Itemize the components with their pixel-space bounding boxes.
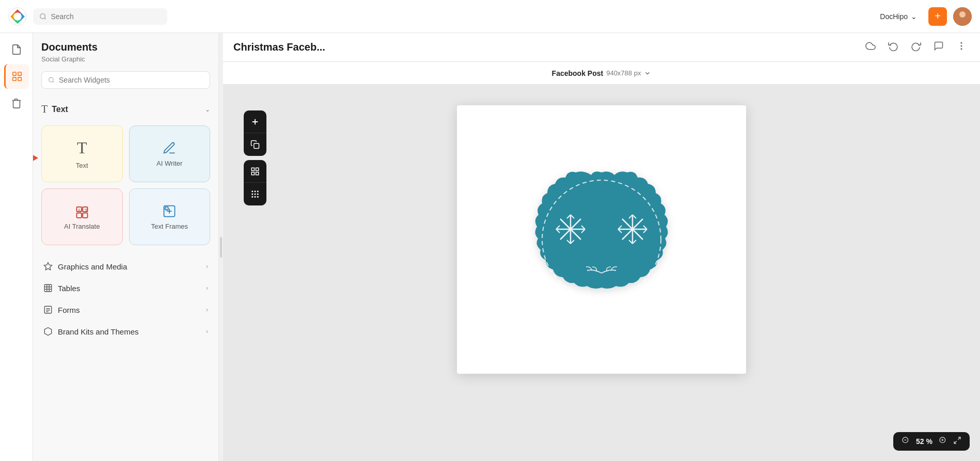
christmas-badge bbox=[524, 162, 679, 317]
svg-rect-6 bbox=[18, 72, 21, 75]
zoom-in-button[interactable] bbox=[939, 436, 947, 447]
svg-point-31 bbox=[961, 42, 962, 43]
cloud-save-button[interactable] bbox=[862, 38, 879, 57]
dots-button[interactable] bbox=[244, 183, 266, 205]
forms-icon bbox=[43, 305, 53, 314]
toolbar-group-1 bbox=[244, 110, 266, 156]
text-widget-icon: T bbox=[77, 138, 87, 157]
svg-point-47 bbox=[251, 196, 253, 198]
widget-text-frames[interactable]: T Text Frames bbox=[129, 188, 211, 245]
document-icon bbox=[11, 44, 22, 55]
svg-point-44 bbox=[251, 194, 253, 195]
widget-ai-writer[interactable]: AI Writer bbox=[129, 125, 211, 182]
svg-line-80 bbox=[958, 437, 960, 440]
svg-point-46 bbox=[257, 194, 259, 195]
text-widget-label: Text bbox=[76, 162, 88, 169]
zoom-bar: 52 % bbox=[893, 432, 970, 451]
widget-panel: Documents Social Graphic T Text ⌄ bbox=[33, 33, 219, 461]
svg-point-42 bbox=[255, 190, 256, 192]
resize-bar bbox=[220, 237, 222, 258]
zoom-out-icon bbox=[902, 436, 910, 444]
zoom-value: 52 % bbox=[916, 437, 932, 446]
add-new-button[interactable]: + bbox=[928, 7, 947, 26]
graphics-label: Graphics and Media bbox=[58, 262, 127, 271]
trash-icon bbox=[11, 98, 22, 109]
user-avatar[interactable] bbox=[953, 7, 972, 26]
widget-grid-container: T Text AI Writer bbox=[41, 125, 210, 256]
text-section-header[interactable]: T Text ⌄ bbox=[41, 99, 210, 119]
panel-title: Documents bbox=[41, 41, 210, 53]
tables-chevron: › bbox=[206, 284, 208, 292]
redo-button[interactable] bbox=[908, 38, 924, 57]
widget-ai-translate[interactable]: A 文 AI Translate bbox=[41, 188, 123, 245]
sidebar-item-widgets[interactable] bbox=[4, 64, 29, 89]
add-element-button[interactable] bbox=[244, 110, 266, 133]
svg-point-43 bbox=[257, 190, 259, 192]
zoom-out-button[interactable] bbox=[902, 436, 910, 447]
widget-search-input[interactable] bbox=[59, 76, 203, 84]
tables-icon bbox=[43, 283, 53, 293]
cloud-icon bbox=[865, 41, 876, 51]
category-tables[interactable]: Tables › bbox=[41, 277, 210, 299]
category-brand[interactable]: Brand Kits and Themes › bbox=[41, 321, 210, 342]
ai-translate-icon: A 文 bbox=[75, 204, 89, 218]
search-icon bbox=[39, 12, 46, 21]
header-right: DocHipo ⌄ + bbox=[875, 7, 972, 26]
svg-rect-39 bbox=[251, 172, 254, 174]
widget-text[interactable]: T Text bbox=[41, 125, 123, 182]
app-logo[interactable] bbox=[8, 7, 27, 26]
forms-label: Forms bbox=[58, 306, 80, 314]
text-section-icon: T bbox=[41, 103, 48, 115]
search-input[interactable] bbox=[51, 12, 161, 21]
more-icon bbox=[956, 41, 967, 51]
forms-chevron: › bbox=[206, 306, 208, 313]
svg-rect-26 bbox=[44, 306, 52, 313]
app-header: DocHipo ⌄ + bbox=[0, 0, 980, 33]
graphics-icon bbox=[43, 262, 53, 271]
format-label[interactable]: Facebook Post 940x788 px bbox=[552, 69, 652, 77]
arrow-indicator bbox=[33, 154, 38, 162]
undo-icon bbox=[888, 41, 898, 51]
widget-search-box[interactable] bbox=[41, 71, 210, 89]
redo-icon bbox=[911, 41, 921, 51]
svg-line-2 bbox=[44, 18, 46, 19]
svg-rect-5 bbox=[13, 72, 16, 75]
toolbar-group-2 bbox=[244, 160, 266, 205]
copy-element-button[interactable] bbox=[244, 133, 266, 156]
sidebar-item-documents[interactable] bbox=[4, 37, 29, 62]
canvas-area: Christmas Faceb... bbox=[223, 33, 980, 461]
zoom-in-icon bbox=[939, 436, 947, 444]
svg-point-41 bbox=[251, 190, 253, 192]
plus-icon bbox=[250, 117, 260, 126]
text-section-label: Text bbox=[52, 105, 68, 114]
svg-rect-37 bbox=[251, 168, 254, 170]
canvas-title: Christmas Faceb... bbox=[233, 41, 325, 53]
comment-button[interactable] bbox=[930, 38, 947, 57]
dochipo-label: DocHipo bbox=[880, 12, 908, 21]
category-forms[interactable]: Forms › bbox=[41, 299, 210, 321]
ai-translate-label: AI Translate bbox=[64, 222, 100, 230]
svg-point-9 bbox=[49, 77, 54, 82]
canvas-format-bar: Facebook Post 940x788 px bbox=[223, 62, 980, 85]
dochipo-dropdown[interactable]: DocHipo ⌄ bbox=[875, 9, 922, 24]
undo-button[interactable] bbox=[885, 38, 902, 57]
grid-view-button[interactable] bbox=[244, 160, 266, 183]
canvas-header-actions bbox=[862, 38, 970, 57]
copy-icon bbox=[250, 140, 260, 149]
fullscreen-button[interactable] bbox=[953, 436, 961, 447]
svg-line-10 bbox=[53, 82, 54, 83]
main-layout: Documents Social Graphic T Text ⌄ bbox=[0, 33, 980, 461]
category-graphics[interactable]: Graphics and Media › bbox=[41, 256, 210, 277]
svg-rect-38 bbox=[256, 168, 259, 170]
svg-text:文: 文 bbox=[84, 208, 88, 213]
brand-label: Brand Kits and Themes bbox=[58, 327, 138, 336]
sidebar-item-trash[interactable] bbox=[4, 91, 29, 116]
resize-handle[interactable] bbox=[219, 33, 223, 461]
ai-writer-label: AI Writer bbox=[156, 160, 182, 167]
global-search-box[interactable] bbox=[33, 8, 167, 25]
svg-rect-13 bbox=[76, 213, 81, 217]
svg-rect-8 bbox=[18, 77, 21, 81]
more-options-button[interactable] bbox=[953, 38, 970, 57]
svg-point-49 bbox=[257, 196, 259, 198]
svg-text:A: A bbox=[78, 208, 81, 213]
